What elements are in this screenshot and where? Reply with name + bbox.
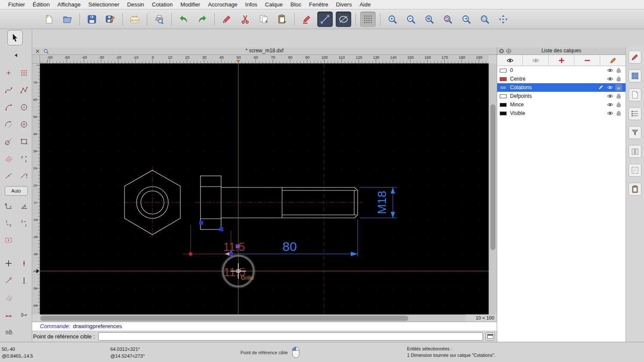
menu-item-édition[interactable]: Édition [29,1,54,8]
layer-row-visible[interactable]: Visible [497,109,626,118]
tool-divide[interactable] [2,169,15,183]
draw-line-button[interactable] [317,12,333,27]
zoom-in-button[interactable] [385,12,400,27]
layer-color-swatch[interactable] [500,69,507,72]
layer-visibility-icon[interactable] [607,110,614,117]
layer-color-swatch[interactable] [500,94,507,98]
dock-block-list-button[interactable] [629,69,641,82]
layer-row-defpoints[interactable]: Defpoints [497,92,626,100]
tool-sequence-12[interactable]: 12 [2,216,15,230]
edit-layer-button[interactable] [600,55,626,66]
open-file-button[interactable] [60,12,75,27]
paste-button[interactable] [274,12,290,27]
grid-toggle-button[interactable] [360,12,376,27]
tool-spline[interactable] [2,83,15,97]
show-all-layers-button[interactable] [497,55,523,66]
tool-hatch[interactable] [2,152,15,166]
redo-button[interactable] [194,12,210,27]
menu-item-affichage[interactable]: Affichage [54,1,85,8]
dock-library-browser-button[interactable] [629,145,641,158]
menu-item-cotation[interactable]: Cotation [148,1,176,8]
tool-draw-point[interactable] [2,66,15,80]
command-keyboard-toggle[interactable] [486,332,495,341]
layer-lock-icon[interactable] [615,67,622,74]
dock-entity-list-button[interactable] [629,107,641,120]
layer-row-centre[interactable]: Centre [497,75,626,83]
menu-item-modifier[interactable]: Modifier [176,1,204,8]
layer-visibility-icon[interactable] [607,93,614,100]
tool-measure[interactable] [17,169,31,183]
layer-visibility-icon[interactable] [607,84,614,91]
command-history[interactable]: Commande:drawingpreferences [32,322,497,331]
lock-relative-zero-button[interactable]: 0 [2,325,15,339]
tool-circle-center[interactable] [17,118,31,131]
menu-item-fichier[interactable]: Fichier [4,1,29,8]
snap-free-button[interactable] [2,256,15,270]
tool-select-region[interactable] [2,233,15,247]
tool-draw-points[interactable] [17,66,31,80]
layer-row-mince[interactable]: Mince [497,100,626,109]
vertical-scrollbar-thumb[interactable] [490,104,495,250]
menu-item-dessin[interactable]: Dessin [123,1,148,8]
remove-layer-button[interactable] [574,55,600,66]
layer-lock-icon[interactable] [615,75,622,82]
tool-polyline[interactable] [17,83,31,97]
print-preview-button[interactable] [152,12,167,27]
set-relative-zero-button[interactable]: 0 [17,308,31,322]
layer-edit-icon[interactable] [597,84,604,91]
command-input[interactable] [98,332,483,341]
tool-coordinates[interactable]: yx [2,199,15,213]
draw-ellipse-button[interactable] [336,12,351,27]
menu-item-bloc[interactable]: Bloc [286,1,305,8]
layer-visibility-icon[interactable] [607,101,614,108]
menu-item-fenêtre[interactable]: Fenêtre [305,1,332,8]
undo-button[interactable] [176,12,191,27]
horizontal-scrollbar[interactable] [40,314,466,322]
svg-export-button[interactable]: SVG [127,12,143,27]
horizontal-scrollbar-thumb[interactable] [40,316,408,321]
cut-button[interactable] [237,12,253,27]
panel-detach-button[interactable] [506,48,511,54]
dock-clipboard-button[interactable] [629,183,641,196]
dock-command-log-button[interactable] [629,164,641,177]
zoom-pan-button[interactable] [495,12,511,27]
select-tool-button[interactable] [7,30,23,45]
restrict-vertical-button[interactable] [17,274,31,287]
snap-endpoint-button[interactable] [2,274,15,287]
layer-lock-icon[interactable] [615,101,622,108]
copy-button[interactable] [256,12,271,27]
dock-filter-button[interactable] [629,126,641,139]
layer-color-swatch[interactable] [500,103,507,107]
layer-lock-icon[interactable] [615,93,622,100]
pen-button[interactable] [299,12,314,27]
snap-distance-button[interactable] [2,308,15,322]
zoom-previous-button[interactable] [459,12,474,27]
layer-row-0[interactable]: 0 [497,66,626,75]
tool-circle[interactable] [17,100,31,114]
menu-item-sélectionner[interactable]: Sélectionner [85,1,123,8]
tool-angle[interactable]: a [17,199,31,213]
zoom-auto-button[interactable] [422,12,437,27]
save-as-button[interactable] [103,12,118,27]
hide-all-layers-button[interactable] [523,55,549,66]
layer-visibility-icon[interactable] [607,75,614,82]
tool-arc-tangent[interactable] [2,118,15,131]
tool-arc[interactable] [2,100,15,114]
menu-item-divers[interactable]: Divers [332,1,356,8]
tool-draw-order[interactable]: 21 [17,152,31,166]
document-tab-title[interactable]: * screw_m18.dxf [32,47,497,54]
dock-pen-palette-button[interactable] [629,51,641,63]
panel-close-button[interactable] [499,48,504,54]
menu-item-calque[interactable]: Calque [261,1,286,8]
add-layer-button[interactable] [549,55,574,66]
snap-middle-button[interactable] [17,256,31,270]
snap-angle-button[interactable] [2,291,15,305]
layer-color-swatch[interactable] [500,86,507,90]
tool-rectangle[interactable] [17,135,31,148]
palette-collapse-button[interactable] [12,52,20,58]
delete-selected-button[interactable] [219,12,234,27]
menu-item-infos[interactable]: Infos [241,1,261,8]
menu-item-aide[interactable]: Aide [355,1,374,8]
layer-lock-icon[interactable] [615,84,622,91]
tool-sequence-21[interactable]: 21 [17,216,31,230]
